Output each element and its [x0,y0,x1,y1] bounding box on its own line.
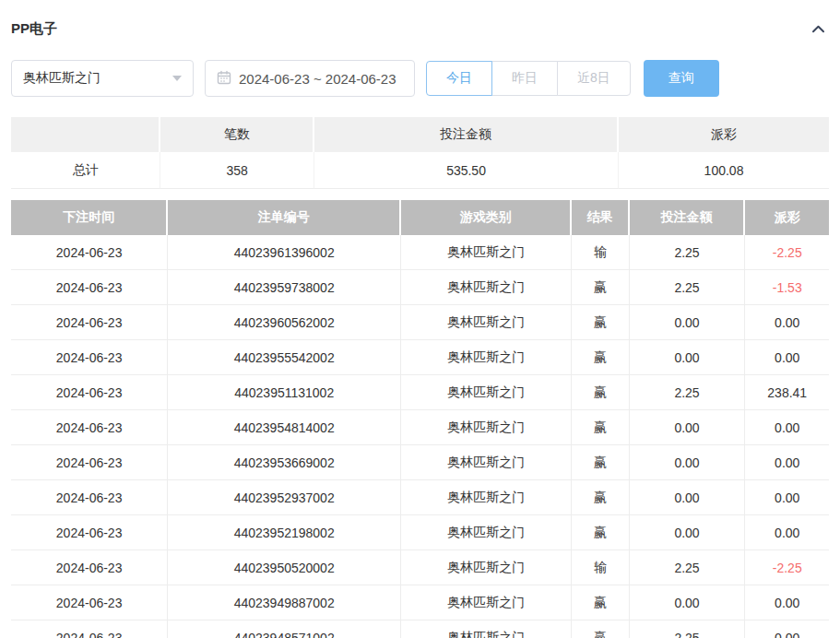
table-row: 2024-06-2344023948571002奥林匹斯之门赢2.250.00 [11,620,829,638]
cell-bet-time: 2024-06-23 [11,480,168,515]
cell-payout: 0.00 [745,340,829,375]
cell-payout: -2.25 [745,550,829,585]
cell-game-type: 奥林匹斯之门 [401,375,572,410]
cell-bet-amount: 0.00 [630,480,746,515]
cell-result: 赢 [572,515,629,550]
cell-result: 赢 [572,305,629,340]
cell-bet-id: 44023952937002 [168,480,401,515]
cell-result: 赢 [572,375,629,410]
quick-range-group: 今日昨日近8日 [426,61,631,96]
panel-header: PP电子 [11,0,829,40]
cell-bet-time: 2024-06-23 [11,445,168,480]
cell-game-type: 奥林匹斯之门 [401,445,572,480]
cell-bet-time: 2024-06-23 [11,375,168,410]
calendar-icon [217,70,231,88]
quick-range-today[interactable]: 今日 [426,61,492,96]
column-header-bet-amount: 投注金额 [630,200,746,235]
column-header-result: 结果 [572,200,629,235]
cell-payout: 0.00 [745,445,829,480]
column-header-bet-time: 下注时间 [11,200,168,235]
table-row: 2024-06-2344023960562002奥林匹斯之门赢0.000.00 [11,305,829,340]
table-row: 2024-06-2344023953669002奥林匹斯之门赢0.000.00 [11,445,829,480]
cell-bet-id: 44023951131002 [168,375,401,410]
quick-range-last8days[interactable]: 近8日 [557,61,631,96]
cell-bet-id: 44023948571002 [168,620,401,638]
cell-bet-amount: 2.25 [630,620,746,638]
collapse-button[interactable] [808,18,829,40]
summary-total-bet-amount: 535.50 [314,152,619,189]
cell-bet-time: 2024-06-23 [11,550,168,585]
summary-header-row: 笔数投注金额派彩 [11,117,829,152]
cell-payout: -1.53 [745,270,829,305]
column-header-payout: 派彩 [745,200,829,235]
cell-payout: 0.00 [745,585,829,620]
cell-bet-id: 44023952198002 [168,515,401,550]
summary-total-count: 358 [160,152,314,189]
cell-bet-amount: 2.25 [630,375,746,410]
cell-bet-id: 44023953669002 [168,445,401,480]
query-button[interactable]: 查询 [644,60,719,97]
cell-game-type: 奥林匹斯之门 [401,270,572,305]
game-select[interactable]: 奥林匹斯之门 [11,60,194,97]
chevron-up-icon [810,27,827,41]
page-title: PP电子 [11,20,57,38]
summary-total-row: 总计 358 535.50 100.08 [11,152,829,189]
cell-payout: 0.00 [745,515,829,550]
cell-game-type: 奥林匹斯之门 [401,550,572,585]
table-row: 2024-06-2344023959738002奥林匹斯之门赢2.25-1.53 [11,270,829,305]
cell-bet-id: 44023954814002 [168,410,401,445]
cell-result: 赢 [572,480,629,515]
cell-bet-amount: 0.00 [630,585,746,620]
column-header-count: 笔数 [160,117,314,152]
cell-bet-amount: 0.00 [630,515,746,550]
cell-game-type: 奥林匹斯之门 [401,410,572,445]
cell-bet-id: 44023949887002 [168,585,401,620]
cell-payout: -2.25 [745,235,829,270]
cell-bet-amount: 2.25 [630,550,746,585]
bet-records-table: 下注时间注单编号游戏类别结果投注金额派彩 2024-06-23440239613… [11,200,829,638]
cell-bet-amount: 0.00 [630,410,746,445]
summary-total-payout: 100.08 [619,152,829,189]
filter-bar: 奥林匹斯之门 2024-06-23 ~ 2024-06-23 今日昨日近8日 查… [11,60,829,97]
cell-bet-amount: 0.00 [630,340,746,375]
cell-result: 赢 [572,340,629,375]
pp-electronic-panel: PP电子 奥林匹斯之门 2024-06-23 ~ 2024 [0,0,840,638]
column-header-bet-id: 注单编号 [168,200,401,235]
cell-bet-time: 2024-06-23 [11,235,168,270]
cell-result: 赢 [572,620,629,638]
quick-range-yesterday[interactable]: 昨日 [491,61,558,96]
table-row: 2024-06-2344023954814002奥林匹斯之门赢0.000.00 [11,410,829,445]
cell-game-type: 奥林匹斯之门 [401,620,572,638]
column-header-game-type: 游戏类别 [401,200,572,235]
table-row: 2024-06-2344023950520002奥林匹斯之门输2.25-2.25 [11,550,829,585]
cell-payout: 0.00 [745,410,829,445]
cell-result: 赢 [572,410,629,445]
cell-bet-time: 2024-06-23 [11,305,168,340]
cell-payout: 0.00 [745,480,829,515]
column-header-blank [11,117,160,152]
cell-result: 赢 [572,445,629,480]
date-range-value: 2024-06-23 ~ 2024-06-23 [239,71,396,87]
cell-game-type: 奥林匹斯之门 [401,480,572,515]
table-row: 2024-06-2344023952937002奥林匹斯之门赢0.000.00 [11,480,829,515]
column-header-bet-amount: 投注金额 [314,117,619,152]
cell-result: 输 [572,550,629,585]
cell-game-type: 奥林匹斯之门 [401,585,572,620]
cell-bet-id: 44023950520002 [168,550,401,585]
cell-bet-amount: 2.25 [630,235,746,270]
cell-result: 赢 [572,585,629,620]
cell-bet-amount: 0.00 [630,445,746,480]
cell-bet-time: 2024-06-23 [11,270,168,305]
game-select-value: 奥林匹斯之门 [23,70,101,87]
column-header-payout: 派彩 [619,117,829,152]
cell-bet-amount: 0.00 [630,305,746,340]
cell-bet-id: 44023955542002 [168,340,401,375]
cell-payout: 0.00 [745,305,829,340]
cell-game-type: 奥林匹斯之门 [401,305,572,340]
cell-result: 输 [572,235,629,270]
cell-payout: 238.41 [745,375,829,410]
cell-bet-id: 44023959738002 [168,270,401,305]
cell-bet-time: 2024-06-23 [11,515,168,550]
table-row: 2024-06-2344023952198002奥林匹斯之门赢0.000.00 [11,515,829,550]
date-range-input[interactable]: 2024-06-23 ~ 2024-06-23 [205,60,415,97]
